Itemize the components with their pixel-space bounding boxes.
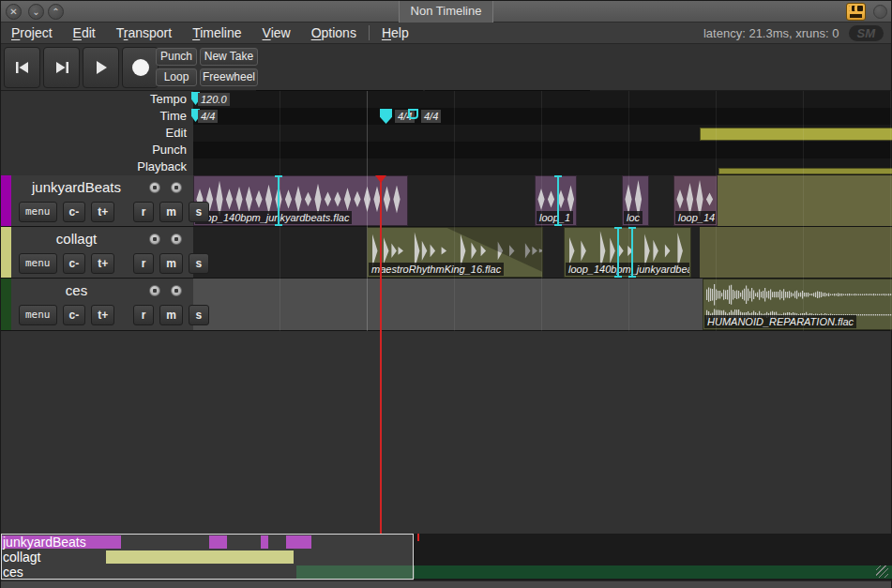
output-connector-icon[interactable] bbox=[171, 234, 182, 245]
track-controls-button[interactable]: c- bbox=[63, 305, 86, 325]
track-header-junkyardBeats: junkyardBeatsmenuc-t+rms bbox=[1, 175, 193, 226]
track-m-button[interactable]: m bbox=[159, 305, 183, 325]
ruler-lane-punch[interactable] bbox=[193, 142, 891, 158]
audio-clip[interactable]: loc bbox=[622, 175, 649, 226]
track-r-button[interactable]: r bbox=[133, 202, 154, 222]
track-color-strip bbox=[1, 227, 11, 278]
track-controls-button[interactable]: c- bbox=[63, 253, 86, 274]
window-unshade-button[interactable]: ⌃ bbox=[48, 4, 64, 20]
clip-label: HUMANOID_REPARATION.flac bbox=[704, 315, 856, 328]
resize-grip[interactable] bbox=[876, 565, 888, 578]
toggle-loop[interactable]: Loop bbox=[156, 68, 197, 86]
end-button[interactable] bbox=[43, 47, 80, 88]
audio-clip[interactable]: loop_14 bbox=[673, 175, 718, 226]
overview-viewport-rect[interactable] bbox=[1, 534, 414, 580]
edit-cursor-marker[interactable] bbox=[631, 227, 633, 278]
track-r-button[interactable]: r bbox=[133, 305, 154, 325]
track-controls-button[interactable]: c- bbox=[63, 202, 86, 222]
latency-status: latency: 21.3ms, xruns: 0 bbox=[703, 26, 839, 40]
menu-project[interactable]: Project bbox=[1, 23, 63, 43]
track-collagt: maestroRhythmKing_16.flacloop_140bpm_jun… bbox=[1, 227, 891, 279]
skip-to-start-icon bbox=[15, 61, 30, 74]
track-m-button[interactable]: m bbox=[159, 253, 183, 274]
track-lane-junkyardBeats[interactable]: loop_140bpm_junkyardbeats.flacloop_1locl… bbox=[193, 175, 891, 226]
clip-label: maestroRhythmKing_16.flac bbox=[369, 263, 504, 276]
grid-line bbox=[280, 175, 280, 331]
input-connector-icon[interactable] bbox=[149, 234, 160, 245]
ruler-lane-time[interactable]: 4/44/44/4 bbox=[193, 108, 891, 125]
track-r-button[interactable]: r bbox=[133, 253, 154, 274]
track-lane-collagt[interactable]: maestroRhythmKing_16.flacloop_140bpm_jun… bbox=[193, 227, 891, 278]
menu-options[interactable]: Options bbox=[301, 23, 367, 43]
grid-line bbox=[803, 91, 804, 175]
track-color-strip bbox=[1, 279, 11, 330]
toggle-new-take[interactable]: New Take bbox=[200, 48, 258, 66]
menu-view[interactable]: View bbox=[252, 23, 301, 43]
grid-line bbox=[367, 91, 368, 175]
track-name[interactable]: ces bbox=[11, 282, 142, 298]
audio-clip[interactable]: maestroRhythmKing_16.flac bbox=[367, 227, 543, 278]
clip-label: loc bbox=[624, 211, 643, 224]
track-menu-button[interactable]: menu bbox=[19, 305, 57, 325]
ruler-range-bar[interactable] bbox=[700, 128, 892, 141]
playhead-marker[interactable] bbox=[375, 175, 386, 183]
record-button[interactable] bbox=[122, 47, 159, 88]
track-lane-ces[interactable]: HUMANOID_REPARATION.flac bbox=[193, 279, 891, 330]
menu-edit[interactable]: Edit bbox=[63, 23, 106, 43]
sm-badge: SM bbox=[849, 25, 884, 41]
window-close-button[interactable]: ✕ bbox=[6, 4, 22, 20]
toggle-punch[interactable]: Punch bbox=[156, 48, 197, 66]
menu-help[interactable]: Help bbox=[371, 23, 419, 43]
track-menu-button[interactable]: menu bbox=[19, 202, 57, 222]
track-m-button[interactable]: m bbox=[159, 202, 183, 222]
menu-separator bbox=[369, 25, 370, 40]
ruler-lane-edit[interactable] bbox=[193, 125, 891, 142]
ruler-lane-playback[interactable] bbox=[193, 158, 891, 175]
grid-line bbox=[716, 91, 717, 175]
track-menu-button[interactable]: menu bbox=[19, 253, 57, 274]
window-shade-button[interactable]: ⌄ bbox=[28, 4, 44, 20]
track-buttons: menuc-t+rms bbox=[19, 202, 209, 222]
toggle-freewheel[interactable]: Freewheel bbox=[200, 68, 258, 86]
menu-transport[interactable]: Transport bbox=[106, 23, 182, 43]
track-takes-button[interactable]: t+ bbox=[91, 305, 114, 325]
input-connector-icon[interactable] bbox=[149, 182, 160, 193]
clip-label: loop_140bpm_junkyardbea bbox=[566, 263, 689, 276]
play-icon bbox=[95, 60, 108, 75]
track-buttons: menuc-t+rms bbox=[19, 253, 209, 274]
app-icon bbox=[846, 3, 866, 21]
grid-line bbox=[890, 91, 891, 175]
track-s-button[interactable]: s bbox=[189, 202, 209, 222]
timeline-marker-label: 4/4 bbox=[421, 110, 441, 123]
ruler-label-tempo: Tempo bbox=[1, 91, 193, 108]
ruler-label-punch: Punch bbox=[1, 142, 193, 158]
input-connector-icon[interactable] bbox=[149, 285, 160, 296]
track-takes-button[interactable]: t+ bbox=[91, 253, 114, 274]
audio-clip[interactable]: HUMANOID_REPARATION.flac bbox=[703, 279, 892, 330]
ruler-range-bar[interactable] bbox=[718, 168, 892, 174]
transport-panel: PunchNew TakeLoopFreewheel 00:00:01.088 … bbox=[1, 44, 891, 91]
track-s-button[interactable]: s bbox=[189, 305, 209, 325]
timeline-marker-flag[interactable] bbox=[380, 109, 392, 124]
window-menu-button[interactable] bbox=[873, 5, 887, 19]
audio-clip[interactable]: loop_140bpm_junkyardbea bbox=[564, 227, 691, 278]
home-button[interactable] bbox=[4, 47, 40, 88]
output-connector-icon[interactable] bbox=[171, 182, 182, 193]
play-button[interactable] bbox=[83, 47, 119, 88]
track-name[interactable]: collagt bbox=[11, 231, 142, 247]
edit-cursor-marker[interactable] bbox=[557, 175, 559, 226]
track-takes-button[interactable]: t+ bbox=[91, 202, 114, 222]
audio-clip[interactable]: loop_140bpm_junkyardbeats.flac bbox=[193, 175, 408, 226]
menu-timeline[interactable]: Timeline bbox=[182, 23, 251, 43]
track-name[interactable]: junkyardBeats bbox=[11, 179, 142, 195]
grid-line bbox=[541, 175, 542, 331]
timeline-marker-label: 4/4 bbox=[198, 110, 218, 123]
edit-cursor-marker[interactable] bbox=[617, 227, 619, 278]
window-title: Non Timeline bbox=[399, 1, 493, 23]
grid-line bbox=[280, 91, 280, 175]
timeline-marker-flag[interactable] bbox=[408, 109, 418, 119]
track-s-button[interactable]: s bbox=[189, 253, 209, 274]
ruler-lane-tempo[interactable]: 120.0 bbox=[193, 91, 891, 108]
output-connector-icon[interactable] bbox=[171, 285, 182, 296]
timeline-empty-area[interactable] bbox=[1, 331, 891, 534]
